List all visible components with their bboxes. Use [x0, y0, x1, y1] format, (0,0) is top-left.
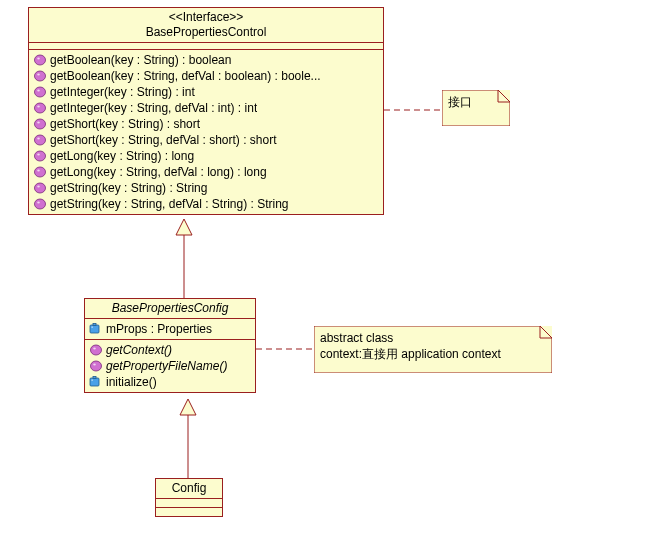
method-icon	[89, 360, 103, 372]
property-icon	[89, 323, 103, 335]
method-row: getInteger(key : String, defVal : int) :…	[33, 100, 379, 116]
interface-note-text: 接口	[448, 95, 472, 109]
svg-marker-8	[176, 219, 192, 235]
abstract-note-line2: context:直接用 application context	[320, 346, 546, 362]
method-row: getContext()	[89, 342, 251, 358]
method-icon	[33, 70, 47, 82]
abstract-class-name: BasePropertiesConfig	[89, 301, 251, 316]
interface-attr-compartment	[29, 43, 383, 50]
abstract-note-line1: abstract class	[320, 330, 546, 346]
method-icon	[33, 134, 47, 146]
interface-method-compartment: getBoolean(key : String) : boolean getBo…	[29, 50, 383, 214]
config-class-box: Config	[155, 478, 223, 517]
interface-stereotype: <<Interface>>	[33, 10, 379, 25]
method-row: getLong(key : String) : long	[33, 148, 379, 164]
method-row: getBoolean(key : String, defVal : boolea…	[33, 68, 379, 84]
method-icon	[33, 102, 47, 114]
method-row: getShort(key : String, defVal : short) :…	[33, 132, 379, 148]
interface-name: BasePropertiesControl	[33, 25, 379, 40]
abstract-class-box: BasePropertiesConfig mProps : Properties…	[84, 298, 256, 393]
method-icon	[33, 166, 47, 178]
method-row: getString(key : String, defVal : String)…	[33, 196, 379, 212]
abstract-class-header: BasePropertiesConfig	[85, 299, 255, 319]
method-icon	[33, 150, 47, 162]
method-row: initialize()	[89, 374, 251, 390]
abstract-attr-compartment: mProps : Properties	[85, 319, 255, 340]
method-row: getLong(key : String, defVal : long) : l…	[33, 164, 379, 180]
config-class-name: Config	[160, 481, 218, 496]
method-row: getString(key : String) : String	[33, 180, 379, 196]
method-icon	[33, 54, 47, 66]
method-row: getInteger(key : String) : int	[33, 84, 379, 100]
config-attr-compartment	[156, 499, 222, 508]
method-icon	[89, 376, 103, 388]
method-icon	[33, 198, 47, 210]
svg-marker-10	[180, 399, 196, 415]
method-icon	[89, 344, 103, 356]
config-class-header: Config	[156, 479, 222, 499]
method-icon	[33, 118, 47, 130]
attr-row: mProps : Properties	[89, 321, 251, 337]
abstract-method-compartment: getContext() getPropertyFileName() initi…	[85, 340, 255, 392]
interface-class-box: <<Interface>> BasePropertiesControl getB…	[28, 7, 384, 215]
method-row: getShort(key : String) : short	[33, 116, 379, 132]
method-icon	[33, 182, 47, 194]
method-icon	[33, 86, 47, 98]
interface-header: <<Interface>> BasePropertiesControl	[29, 8, 383, 43]
method-row: getBoolean(key : String) : boolean	[33, 52, 379, 68]
method-row: getPropertyFileName()	[89, 358, 251, 374]
abstract-note: abstract class context:直接用 application c…	[314, 326, 552, 373]
interface-note: 接口	[442, 90, 510, 126]
config-method-compartment	[156, 508, 222, 516]
